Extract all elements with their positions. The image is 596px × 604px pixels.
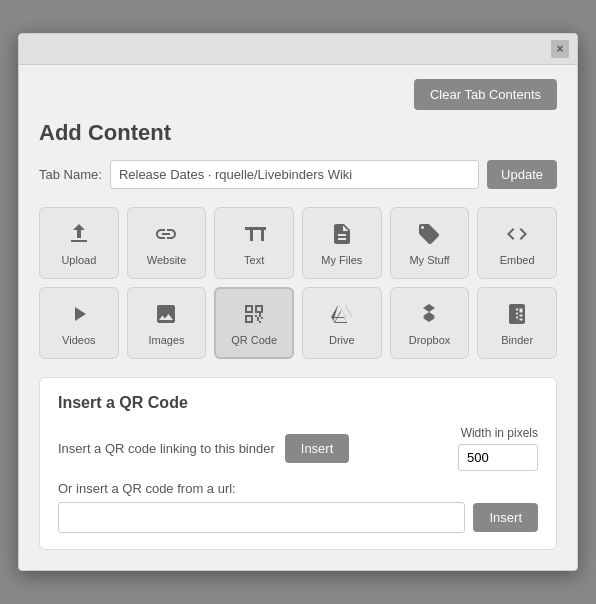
content-item-dropbox[interactable]: Dropbox [390,287,470,359]
qr-row1: Insert a QR code linking to this binder … [58,426,538,471]
insert-url-button[interactable]: Insert [473,503,538,532]
content-item-label-drive: Drive [329,334,355,346]
qr-binder-row: Insert a QR code linking to this binder … [58,434,349,463]
clear-tab-button[interactable]: Clear Tab Contents [414,79,557,110]
image-icon [154,302,178,330]
content-item-upload[interactable]: Upload [39,207,119,279]
content-grid: UploadWebsiteTextMy FilesMy StuffEmbedVi… [39,207,557,359]
binder-icon [505,302,529,330]
drive-icon [330,302,354,330]
code-icon [505,222,529,250]
width-input[interactable] [458,444,538,471]
content-item-text[interactable]: Text [214,207,294,279]
content-item-label-binder: Binder [501,334,533,346]
content-item-label-dropbox: Dropbox [409,334,451,346]
play-icon [67,302,91,330]
link-icon [154,222,178,250]
dropbox-icon [417,302,441,330]
qr-section: Insert a QR Code Insert a QR code linkin… [39,377,557,550]
qr-url-row: Insert [58,502,538,533]
close-button[interactable]: × [551,40,569,58]
tab-name-row: Tab Name: Update [39,160,557,189]
content-item-label-my-stuff: My Stuff [409,254,449,266]
file-icon [330,222,354,250]
content-item-website[interactable]: Website [127,207,207,279]
update-button[interactable]: Update [487,160,557,189]
width-label: Width in pixels [461,426,538,440]
content-item-my-stuff[interactable]: My Stuff [390,207,470,279]
qr-icon [242,302,266,330]
content-item-my-files[interactable]: My Files [302,207,382,279]
content-item-drive[interactable]: Drive [302,287,382,359]
content-item-binder[interactable]: Binder [477,287,557,359]
modal-body: Clear Tab Contents Add Content Tab Name:… [19,65,577,570]
add-content-modal: × Clear Tab Contents Add Content Tab Nam… [18,33,578,571]
content-item-label-videos: Videos [62,334,95,346]
tab-name-input[interactable] [110,160,479,189]
content-item-label-embed: Embed [500,254,535,266]
qr-binder-label: Insert a QR code linking to this binder [58,441,275,456]
content-item-label-website: Website [147,254,187,266]
qr-url-input[interactable] [58,502,465,533]
tab-name-label: Tab Name: [39,167,102,182]
content-item-label-upload: Upload [61,254,96,266]
upload-icon [67,222,91,250]
content-item-label-qr-code: QR Code [231,334,277,346]
content-item-qr-code[interactable]: QR Code [214,287,294,359]
qr-width-section: Width in pixels [458,426,538,471]
content-item-images[interactable]: Images [127,287,207,359]
qr-url-label: Or insert a QR code from a url: [58,481,538,496]
text-icon [242,222,266,250]
content-item-label-my-files: My Files [321,254,362,266]
insert-binder-button[interactable]: Insert [285,434,350,463]
qr-url-section: Or insert a QR code from a url: Insert [58,481,538,533]
tag-icon [417,222,441,250]
modal-top-bar: × [19,34,577,65]
content-item-label-images: Images [148,334,184,346]
qr-section-title: Insert a QR Code [58,394,538,412]
content-item-label-text: Text [244,254,264,266]
modal-title: Add Content [39,120,557,146]
content-item-videos[interactable]: Videos [39,287,119,359]
content-item-embed[interactable]: Embed [477,207,557,279]
